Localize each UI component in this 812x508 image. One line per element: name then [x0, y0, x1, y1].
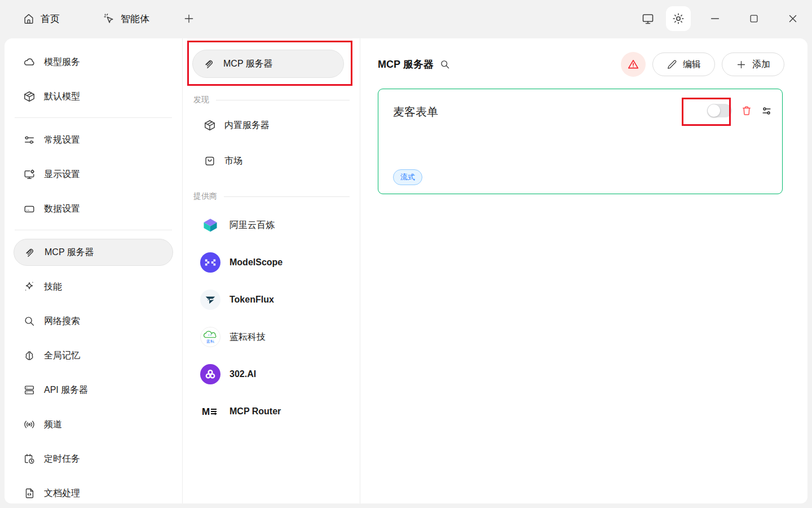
provider-label: ModelScope [230, 257, 283, 268]
bailian-logo [200, 215, 220, 235]
mcp-nav-selected-label: MCP 服务器 [223, 58, 273, 70]
minimize-button[interactable] [703, 6, 727, 31]
302ai-logo [200, 364, 220, 384]
package-icon [23, 90, 36, 103]
sidebar-item-label: 文档处理 [44, 488, 80, 500]
sidebar-item-label: API 服务器 [44, 384, 88, 396]
edit-button[interactable]: 编辑 [652, 52, 715, 76]
provider-item-lanyun[interactable]: 蓝耘 蓝耘科技 [192, 323, 351, 351]
sidebar-divider [15, 230, 172, 230]
settings-button[interactable] [666, 6, 691, 31]
mcp-nav-column: MCP 服务器 发现 内置服务器 市场 提供商 阿里云百炼 [183, 38, 360, 503]
cloud-icon [23, 56, 36, 68]
sidebar-item-general-settings[interactable]: 常规设置 [14, 126, 173, 154]
provider-item-modelscope[interactable]: ModelScope [192, 249, 351, 276]
trash-icon[interactable] [741, 105, 752, 116]
storage-icon [23, 203, 36, 215]
sidebar-item-display-settings[interactable]: 显示设置 [14, 161, 173, 188]
gear-icon [672, 12, 685, 25]
server-settings-sliders-icon[interactable] [761, 106, 772, 116]
provider-label: 蓝耘科技 [230, 331, 266, 343]
content-header: MCP 服务器 编辑 添加 [378, 52, 784, 77]
sidebar-item-web-search[interactable]: 网络搜索 [14, 308, 173, 335]
nav-item-label: 内置服务器 [224, 120, 270, 132]
sparkles-icon [23, 281, 36, 293]
sidebar-item-channels[interactable]: 频道 [14, 411, 173, 438]
tab-home-label: 首页 [41, 12, 60, 25]
section-divider [224, 196, 350, 197]
home-icon [23, 12, 35, 25]
search-icon[interactable] [439, 59, 451, 70]
sidebar-item-model-services[interactable]: 模型服务 [14, 49, 173, 76]
provider-item-tokenflux[interactable]: TokenFlux [192, 286, 351, 313]
sidebar-item-api-server[interactable]: API 服务器 [14, 376, 173, 404]
provider-item-bailian[interactable]: 阿里云百炼 [192, 212, 351, 239]
provider-label: 阿里云百炼 [230, 220, 275, 231]
sidebar-item-scheduled-tasks[interactable]: 定时任务 [14, 445, 173, 472]
provider-item-mcp-router[interactable]: M MCP Router [192, 398, 351, 425]
nav-item-market[interactable]: 市场 [192, 147, 351, 174]
server-icon [23, 384, 36, 396]
sliders-icon [23, 134, 36, 146]
header-actions: 编辑 添加 [621, 52, 784, 77]
provider-item-302ai[interactable]: 302.AI [192, 361, 351, 388]
sidebar-item-label: 模型服务 [44, 56, 80, 68]
sidebar-item-label: 显示设置 [44, 169, 80, 181]
provider-label: MCP Router [230, 406, 281, 417]
section-title: 提供商 [193, 191, 217, 202]
tab-home[interactable]: 首页 [19, 8, 63, 29]
mcp-router-logo: M [200, 401, 220, 422]
plus-icon [736, 59, 747, 70]
sidebar-item-label: 频道 [44, 419, 62, 431]
new-tab-button[interactable] [179, 9, 198, 28]
svg-text:M: M [202, 406, 210, 417]
sidebar-item-label: MCP 服务器 [45, 247, 94, 259]
section-providers: 提供商 [193, 191, 350, 202]
maximize-button[interactable] [742, 6, 766, 31]
sidebar-item-label: 技能 [44, 281, 62, 293]
edit-button-label: 编辑 [683, 59, 701, 71]
modelscope-logo [200, 252, 220, 273]
sidebar-item-skills[interactable]: 技能 [14, 273, 173, 300]
calendar-clock-icon [23, 453, 36, 465]
monitor-icon [641, 12, 655, 25]
add-button[interactable]: 添加 [722, 52, 784, 76]
broadcast-icon [23, 418, 36, 431]
warning-indicator[interactable] [621, 52, 646, 77]
mcp-server-card: 麦客表单 流式 [378, 89, 783, 194]
server-card-controls [707, 104, 772, 117]
settings-sidebar: 模型服务 默认模型 常规设置 显示设置 数据设置 MCP 服务器 技能 [5, 38, 183, 503]
brain-icon [23, 349, 36, 362]
pencil-icon [667, 59, 677, 70]
add-button-label: 添加 [752, 59, 770, 71]
tab-agents[interactable]: 智能体 [99, 8, 153, 29]
search-icon [23, 315, 36, 327]
provider-label: TokenFlux [230, 295, 274, 305]
nav-item-builtin-servers[interactable]: 内置服务器 [192, 112, 351, 139]
shopping-bag-icon [204, 155, 216, 167]
sidebar-item-label: 默认模型 [44, 91, 80, 103]
sidebar-divider [15, 117, 172, 118]
server-enable-toggle[interactable] [707, 104, 732, 117]
settings-panel: 模型服务 默认模型 常规设置 显示设置 数据设置 MCP 服务器 技能 [5, 38, 807, 503]
maximize-icon [748, 13, 760, 24]
sidebar-item-global-memory[interactable]: 全局记忆 [14, 342, 173, 369]
minimize-icon [709, 12, 721, 25]
section-divider [216, 100, 350, 100]
agent-cursor-icon [103, 12, 115, 25]
streaming-badge: 流式 [393, 169, 422, 185]
section-title: 发现 [193, 95, 209, 105]
tokenflux-logo [200, 290, 220, 310]
mcp-nav-selected[interactable]: MCP 服务器 [192, 50, 344, 78]
nav-item-label: 市场 [224, 155, 242, 167]
sidebar-item-document-processing[interactable]: 文档处理 [14, 480, 173, 503]
sidebar-item-label: 定时任务 [44, 453, 80, 465]
sidebar-item-label: 全局记忆 [44, 350, 80, 362]
lanyun-logo: 蓝耘 [200, 327, 220, 347]
toggle-knob [708, 104, 720, 117]
sidebar-item-default-models[interactable]: 默认模型 [14, 83, 173, 110]
display-mode-button[interactable] [636, 6, 660, 31]
close-button[interactable] [780, 6, 805, 31]
sidebar-item-data-settings[interactable]: 数据设置 [14, 195, 173, 222]
sidebar-item-mcp-servers[interactable]: MCP 服务器 [14, 239, 173, 266]
